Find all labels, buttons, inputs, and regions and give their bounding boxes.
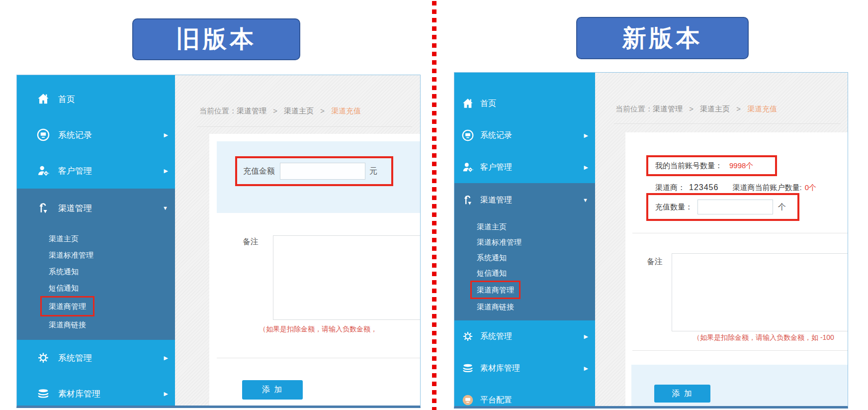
breadcrumb-separator: >	[273, 106, 277, 115]
form-divider	[217, 358, 420, 358]
submenu-item-channel-standard[interactable]: 渠道标准管理	[49, 247, 175, 263]
recharge-count-label: 充值数量：	[655, 203, 693, 212]
swap-arrows-icon	[460, 194, 475, 206]
sidebar-item-system-mgmt[interactable]: 系统管理 ▶	[17, 340, 175, 376]
red-highlight-box-amount: 充值金额 元	[235, 156, 393, 186]
monitor-circle-icon	[36, 128, 51, 142]
sidebar-item-label: 系统管理	[58, 352, 92, 364]
monitor-circle-icon-tan	[460, 394, 475, 406]
red-highlight-box-recharge-count: 充值数量： 个	[646, 193, 799, 221]
chevron-right-icon: ▶	[584, 164, 588, 171]
negative-amount-hint: （如果是扣除金额，请输入负数金额，如 -100	[693, 333, 834, 342]
sidebar-item-label: 素材库管理	[58, 388, 100, 400]
sidebar-group-channel-mgmt: 渠道管理 ▼ 渠道主页 渠道标准管理 系统通知 短信通知 渠道商管理 渠道商链接	[17, 189, 175, 340]
amount-band: 充值金额 元	[217, 141, 420, 213]
breadcrumb-item-channel-home[interactable]: 渠道主页	[284, 106, 314, 115]
breadcrumb-location-label: 当前位置：	[615, 104, 653, 113]
chevron-right-icon: ▶	[164, 132, 168, 138]
recharge-count-unit-label: 个	[778, 202, 786, 212]
user-gear-icon	[36, 164, 51, 178]
sidebar-item-system-log[interactable]: 系统记录 ▶	[454, 119, 595, 151]
sidebar-item-label: 首页	[480, 99, 496, 109]
home-icon	[460, 97, 475, 110]
form-divider	[632, 350, 848, 351]
amount-input[interactable]	[280, 163, 365, 180]
my-account-count-value: 9998个	[729, 161, 753, 171]
red-dotted-divider	[432, 1, 436, 410]
sidebar-item-label: 渠道管理	[480, 195, 512, 205]
chevron-right-icon: ▶	[584, 132, 588, 139]
submenu-item-channel-dealer-link[interactable]: 渠道商链接	[49, 316, 175, 333]
submenu-item-system-notice[interactable]: 系统通知	[49, 263, 175, 280]
home-icon	[36, 92, 51, 106]
note-textarea[interactable]	[672, 253, 848, 331]
submenu-item-system-notice[interactable]: 系统通知	[477, 250, 595, 265]
sidebar-item-system-log[interactable]: 系统记录 ▶	[17, 117, 175, 153]
amount-unit-label: 元	[369, 166, 377, 177]
submenu-item-sms-notice[interactable]: 短信通知	[477, 265, 595, 281]
sidebar-item-channel-mgmt[interactable]: 渠道管理 ▼	[17, 189, 175, 227]
gear-icon	[36, 351, 51, 365]
sidebar-item-platform-config[interactable]: 平台配置	[454, 384, 595, 406]
sidebar-item-label: 渠道管理	[58, 203, 92, 214]
channel-dealer-line: 渠道商：123456 渠道商当前账户数量:0个	[655, 183, 816, 193]
sidebar-item-label: 素材库管理	[480, 363, 520, 374]
sidebar-item-material-mgmt[interactable]: 素材库管理 ▶	[17, 376, 175, 406]
sidebar-item-label: 客户管理	[58, 165, 92, 177]
chevron-right-icon: ▶	[584, 333, 588, 340]
sidebar-item-label: 首页	[58, 94, 75, 105]
sidebar-item-system-mgmt[interactable]: 系统管理 ▶	[454, 320, 595, 352]
new-version-banner: 新版本	[576, 17, 749, 59]
chevron-right-icon: ▶	[164, 391, 168, 397]
sidebar-item-material-mgmt[interactable]: 素材库管理 ▶	[454, 352, 595, 384]
sidebar-item-customer-mgmt[interactable]: 客户管理 ▶	[17, 153, 175, 189]
chevron-right-icon: ▶	[164, 168, 168, 174]
breadcrumb-item-channel-recharge: 渠道充值	[331, 106, 361, 115]
submenu-item-channel-dealer-mgmt[interactable]: 渠道商管理	[49, 296, 175, 316]
recharge-count-input[interactable]	[697, 200, 773, 214]
breadcrumb-item-channel-mgmt[interactable]: 渠道管理	[653, 104, 683, 113]
swap-arrows-icon	[36, 201, 51, 215]
sidebar-item-home[interactable]: 首页	[17, 81, 175, 117]
my-account-count-label: 我的当前账号数量：	[655, 161, 722, 171]
breadcrumb-item-channel-recharge: 渠道充值	[747, 104, 777, 113]
submenu-item-channel-dealer-link[interactable]: 渠道商链接	[477, 299, 595, 314]
red-highlight-box-my-account-count: 我的当前账号数量： 9998个	[646, 155, 777, 176]
channel-dealer-id: 123456	[689, 183, 718, 192]
channel-account-count-value: 0个	[805, 183, 816, 192]
user-gear-icon	[460, 161, 475, 174]
note-textarea[interactable]	[273, 235, 420, 320]
submenu-item-channel-standard[interactable]: 渠道标准管理	[477, 234, 595, 250]
submenu-item-channel-dealer-mgmt[interactable]: 渠道商管理	[477, 281, 595, 299]
gear-icon	[460, 330, 475, 343]
sidebar-item-label: 平台配置	[480, 395, 512, 406]
red-highlight-box: 渠道商管理	[470, 281, 521, 299]
chevron-right-icon: ▶	[164, 355, 168, 361]
layers-icon	[36, 387, 51, 401]
breadcrumb-item-channel-home[interactable]: 渠道主页	[700, 104, 730, 113]
sidebar-item-home[interactable]: 首页	[454, 88, 595, 119]
sidebar: 首页 系统记录 ▶ 客户管理 ▶	[454, 73, 595, 406]
layers-icon	[460, 362, 475, 375]
sidebar-item-channel-mgmt[interactable]: 渠道管理 ▼	[454, 183, 595, 217]
chevron-right-icon: ▶	[584, 365, 588, 372]
channel-submenu: 渠道主页 渠道标准管理 系统通知 短信通知 渠道商管理 渠道商链接	[17, 227, 175, 340]
note-label: 备注	[647, 257, 663, 267]
negative-amount-hint: （如果是扣除金额，请输入负数金额，	[259, 325, 377, 334]
recharge-form-card: 充值金额 元 备注 （如果是扣除金额，请输入负数金额， 添 加	[209, 134, 420, 406]
breadcrumb-separator: >	[320, 106, 325, 115]
add-button[interactable]: 添 加	[654, 385, 710, 403]
form-divider	[632, 233, 848, 233]
monitor-circle-icon	[460, 129, 475, 142]
sidebar-item-label: 客户管理	[480, 162, 512, 173]
submenu-item-sms-notice[interactable]: 短信通知	[49, 280, 175, 296]
chevron-down-icon: ▼	[163, 205, 168, 211]
sidebar-item-customer-mgmt[interactable]: 客户管理 ▶	[454, 151, 595, 183]
add-button[interactable]: 添 加	[242, 380, 303, 400]
submenu-item-channel-home[interactable]: 渠道主页	[49, 230, 175, 247]
old-version-banner: 旧版本	[132, 18, 300, 60]
breadcrumb-item-channel-mgmt[interactable]: 渠道管理	[237, 106, 266, 115]
submenu-item-channel-home[interactable]: 渠道主页	[477, 219, 595, 234]
breadcrumb-separator: >	[736, 104, 741, 113]
sidebar-item-label: 系统记录	[480, 130, 512, 141]
